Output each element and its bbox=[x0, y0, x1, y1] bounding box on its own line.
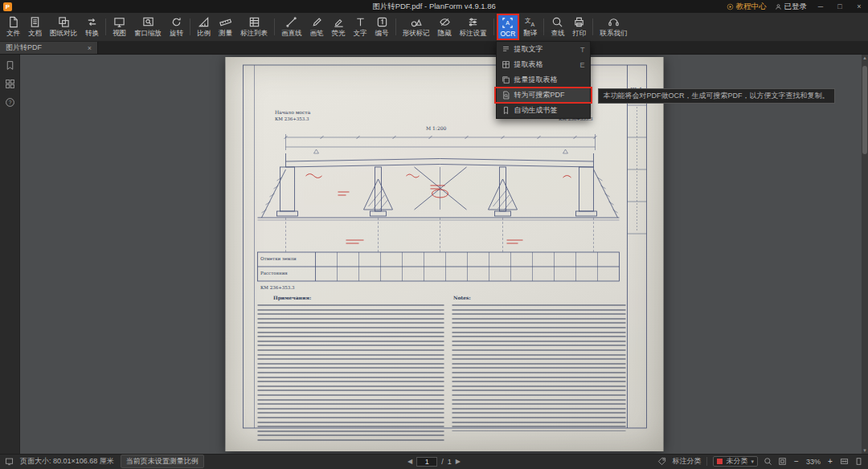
document-icon bbox=[29, 16, 41, 28]
bridge-start-km: КМ 236+353.3 bbox=[275, 116, 309, 121]
minimize-button[interactable]: ─ bbox=[815, 2, 826, 10]
toolbar-button-annotation-to-table[interactable]: 标注到表 bbox=[237, 14, 271, 39]
annotation-classify-icon[interactable] bbox=[657, 457, 666, 466]
km-bottom-label: КМ 236+353.3 bbox=[260, 285, 295, 290]
compare-icon bbox=[58, 16, 70, 28]
svg-text:A: A bbox=[531, 22, 535, 27]
thumbnails-panel-icon[interactable] bbox=[5, 79, 15, 89]
next-page-button[interactable]: ▶ bbox=[456, 458, 461, 465]
toolbar-separator bbox=[592, 18, 593, 35]
zoom-level[interactable]: 33% bbox=[806, 458, 821, 466]
menu-item-convert-searchable-pdf[interactable]: 转为可搜索PDF 本功能将会对PDF做OCR，生成可搜索PDF，以方便文字查找和… bbox=[497, 88, 590, 103]
pdf-viewer-canvas[interactable]: Начало моста КМ 236+353.3 Конец моста КМ… bbox=[20, 55, 868, 454]
toolbar-button-drawing-compare[interactable]: 图纸对比 bbox=[47, 14, 80, 39]
toolbar-button-measure[interactable]: 测量 bbox=[215, 14, 235, 39]
fit-width-icon[interactable] bbox=[840, 457, 849, 466]
classification-dropdown[interactable]: 未分类 ▾ bbox=[713, 456, 758, 467]
single-page-icon[interactable] bbox=[854, 457, 863, 466]
bookmarks-panel-icon[interactable] bbox=[5, 60, 15, 71]
table-row-distances: Расстояния bbox=[260, 271, 288, 275]
zoom-out-button[interactable]: − bbox=[792, 457, 800, 466]
page-separator: / bbox=[441, 458, 444, 466]
toolbar-button-numbering[interactable]: 编号 bbox=[372, 14, 392, 39]
main-toolbar: 文件 文档 图纸对比 转换 视图 窗口缩放 旋转 bbox=[0, 13, 868, 42]
tab-label: 图片转PDF bbox=[6, 43, 83, 53]
scroll-down-icon[interactable]: ▼ bbox=[862, 448, 868, 453]
rotate-icon bbox=[170, 16, 182, 28]
toolbar-button-find-line[interactable]: 查线 bbox=[547, 14, 567, 39]
svg-text:?: ? bbox=[8, 100, 11, 105]
toolbar-separator bbox=[493, 18, 494, 35]
toolbar-button-translate[interactable]: 文A 翻译 bbox=[520, 14, 540, 39]
menu-item-extract-text[interactable]: 提取文字 T bbox=[497, 42, 590, 57]
page-navigator: ◀ / 1 ▶ bbox=[407, 457, 461, 467]
shapes-icon bbox=[410, 16, 422, 28]
zoom-in-button[interactable]: + bbox=[826, 457, 834, 466]
toolbar-button-scale[interactable]: 比例 bbox=[194, 14, 214, 39]
menu-item-extract-table[interactable]: 提取表格 E bbox=[497, 57, 590, 72]
toolbar-button-view[interactable]: 视图 bbox=[109, 14, 129, 39]
toolbar-button-rotate[interactable]: 旋转 bbox=[166, 14, 186, 39]
tab-active-document[interactable]: 图片转PDF × bbox=[0, 42, 98, 54]
classification-color-swatch bbox=[717, 459, 723, 464]
toolbar-button-document[interactable]: 文档 bbox=[25, 14, 45, 39]
statusbar-separator bbox=[706, 457, 707, 466]
toolbar-separator bbox=[105, 18, 106, 35]
toolbar-button-draw-line[interactable]: 画直线 bbox=[278, 14, 305, 39]
scale-triangle-icon bbox=[198, 16, 210, 28]
measure-scale-warning[interactable]: 当前页未设置测量比例 bbox=[121, 455, 204, 468]
left-panel-rail: ? bbox=[0, 55, 20, 454]
zoom-search-icon[interactable] bbox=[764, 457, 772, 466]
eye-off-icon bbox=[439, 16, 451, 28]
line-icon bbox=[285, 16, 297, 28]
toolbar-separator bbox=[395, 18, 396, 35]
toolbar-button-hide[interactable]: 隐藏 bbox=[435, 14, 455, 39]
tab-close-icon[interactable]: × bbox=[88, 44, 92, 52]
chevron-down-icon: ▾ bbox=[751, 459, 754, 465]
toolbar-button-shape-mark[interactable]: 形状标记 bbox=[399, 14, 433, 39]
close-button[interactable]: × bbox=[854, 2, 865, 10]
toolbar-button-contact-us[interactable]: 联系我们 bbox=[596, 14, 630, 39]
drawing-scale-note: М 1:200 bbox=[426, 126, 446, 132]
toolbar-button-highlighter[interactable]: 荧光 bbox=[329, 14, 349, 39]
toolbar-button-window-zoom[interactable]: 窗口缩放 bbox=[131, 14, 165, 39]
menu-item-auto-bookmarks[interactable]: 自动生成书签 bbox=[497, 103, 590, 118]
toolbar-button-convert[interactable]: 转换 bbox=[82, 14, 102, 39]
notes-heading-russian: Примечания: bbox=[273, 296, 311, 301]
main-area: ? bbox=[0, 55, 868, 454]
ocr-dropdown-menu: 提取文字 T 提取表格 E 批量提取表格 转为可搜索PDF bbox=[496, 41, 591, 119]
page-size-text: 页面大小: 80.01×106.68 厘米 bbox=[20, 456, 114, 467]
scroll-up-icon[interactable]: ▲ bbox=[862, 55, 868, 60]
tutorial-center-button[interactable]: 教程中心 bbox=[727, 2, 767, 12]
table-row-elevations: Отметки земли bbox=[260, 256, 297, 261]
play-circle-icon bbox=[727, 3, 734, 10]
help-icon[interactable]: ? bbox=[5, 97, 15, 108]
ruler-icon bbox=[219, 16, 231, 28]
toolbar-button-text[interactable]: 文字 bbox=[350, 14, 371, 39]
toolbar-separator bbox=[543, 18, 544, 35]
page-number-input[interactable] bbox=[416, 457, 437, 467]
toolbar-separator bbox=[190, 18, 190, 35]
login-status-button[interactable]: 已登录 bbox=[775, 2, 808, 12]
toolbar-button-pen[interactable]: 画笔 bbox=[307, 14, 327, 39]
pencil-icon bbox=[311, 16, 323, 28]
page-size-icon bbox=[5, 457, 14, 466]
toolbar-button-print[interactable]: 打印 bbox=[569, 14, 589, 39]
annotation-classify-label[interactable]: 标注分类 bbox=[672, 456, 701, 467]
notes-heading-english: Notes: bbox=[453, 296, 471, 301]
notes-text-block-english bbox=[452, 304, 625, 431]
vertical-scrollbar[interactable]: ▲ ▼ bbox=[862, 55, 868, 454]
maximize-button[interactable]: □ bbox=[834, 2, 845, 10]
table-icon bbox=[248, 16, 260, 28]
toolbar-button-ocr[interactable]: A OCR 提取文字 T 提取表格 E 批量提取表格 bbox=[497, 14, 519, 39]
scrollbar-thumb[interactable] bbox=[862, 66, 867, 154]
toolbar-button-annotation-settings[interactable]: 标注设置 bbox=[457, 14, 490, 39]
fit-page-icon[interactable] bbox=[778, 457, 787, 466]
menu-item-batch-extract-table[interactable]: 批量提取表格 bbox=[497, 72, 590, 88]
extract-text-icon bbox=[502, 45, 510, 54]
translate-icon: 文A bbox=[524, 16, 536, 28]
text-icon bbox=[354, 16, 366, 28]
toolbar-button-file[interactable]: 文件 bbox=[3, 14, 23, 39]
previous-page-button[interactable]: ◀ bbox=[407, 458, 412, 465]
document-page: Начало моста КМ 236+353.3 Конец моста КМ… bbox=[225, 57, 663, 451]
